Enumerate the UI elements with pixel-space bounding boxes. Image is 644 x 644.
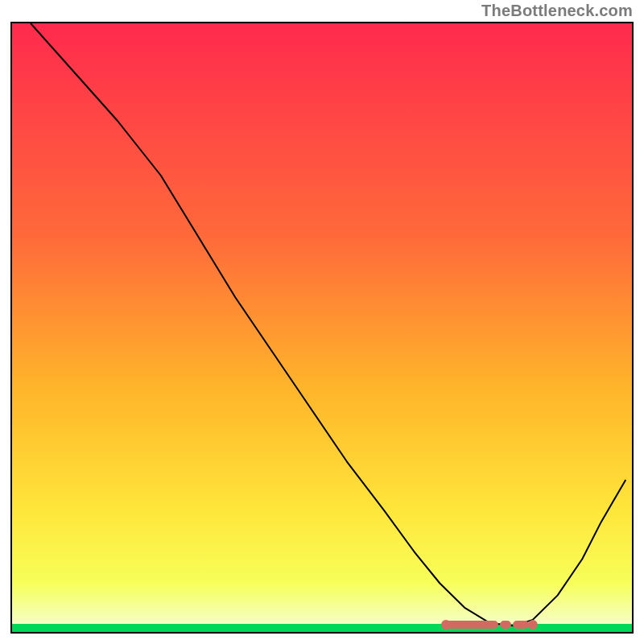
background-gradient	[12, 23, 632, 632]
plot-frame	[10, 22, 634, 634]
baseline-band	[12, 624, 632, 632]
svg-rect-0	[12, 23, 632, 632]
data-curve	[12, 23, 632, 632]
marker-layer	[12, 23, 632, 632]
chart-container: TheBottleneck.com	[0, 0, 644, 644]
attribution-label: TheBottleneck.com	[481, 2, 633, 20]
